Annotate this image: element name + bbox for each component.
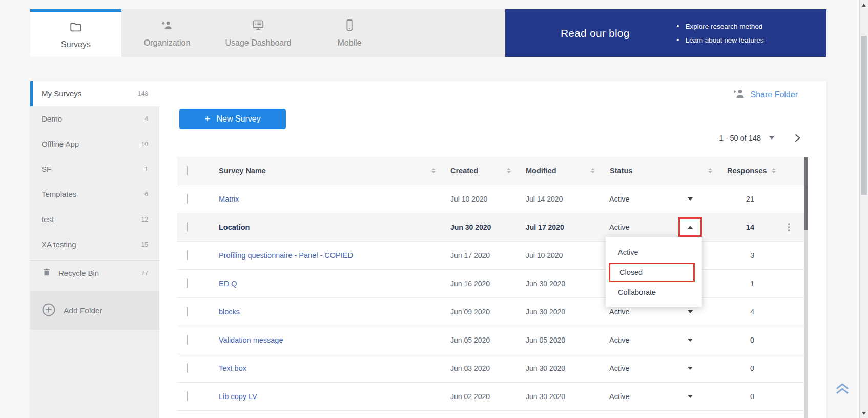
- folder-list: My Surveys 148 Demo 4 Offline App 10 SF …: [30, 81, 159, 257]
- trash-icon: [42, 267, 52, 279]
- sort-icon[interactable]: [507, 168, 511, 173]
- scroll-to-top-button[interactable]: [834, 382, 851, 398]
- modified-date: Jun 30 2020: [517, 392, 601, 401]
- scrollbar-up-arrow[interactable]: [862, 4, 866, 7]
- sort-icon[interactable]: [772, 168, 776, 173]
- page-size-caret-icon[interactable]: [769, 136, 774, 140]
- status-cell[interactable]: Active: [601, 185, 718, 213]
- page: Surveys Organization Usage Dashboard Mob…: [0, 0, 868, 418]
- survey-name-link[interactable]: blocks: [210, 308, 442, 316]
- table-row: Matrix Jul 10 2020 Jul 14 2020 Active 21: [177, 185, 804, 213]
- tab-organization[interactable]: Organization: [121, 9, 213, 57]
- row-checkbox[interactable]: [187, 363, 188, 373]
- row-checkbox[interactable]: [187, 391, 188, 401]
- survey-name-link[interactable]: Text box: [210, 364, 442, 372]
- status-label: Active: [609, 392, 630, 401]
- sort-icon[interactable]: [708, 168, 712, 173]
- created-date: Jun 17 2020: [442, 251, 517, 260]
- new-survey-button[interactable]: + New Survey: [179, 109, 286, 129]
- recycle-bin-label: Recycle Bin: [58, 269, 99, 277]
- content-card: My Surveys 148 Demo 4 Offline App 10 SF …: [30, 81, 826, 418]
- status-option[interactable]: Closed: [609, 263, 695, 282]
- banner-title: Read our blog: [561, 27, 630, 39]
- sidebar-folder-item[interactable]: SF 1: [30, 156, 159, 182]
- sidebar-item-recycle-bin[interactable]: Recycle Bin 77: [30, 261, 159, 286]
- status-caret-highlighted[interactable]: [678, 217, 702, 237]
- status-cell[interactable]: Active: [601, 326, 718, 354]
- folder-count: 6: [144, 191, 148, 198]
- survey-name-link[interactable]: Validation message: [210, 336, 442, 344]
- created-date: Jun 09 2020: [442, 308, 517, 316]
- sidebar-folder-item[interactable]: Templates 6: [30, 182, 159, 207]
- add-people-icon: [160, 18, 174, 34]
- table-row: Location Jun 30 2020 Jul 17 2020 Active …: [177, 213, 804, 242]
- status-option[interactable]: Active: [606, 242, 702, 263]
- col-responses: Responses: [727, 167, 767, 175]
- share-folder-button[interactable]: Share Folder: [732, 88, 798, 102]
- modified-date: Jun 05 2020: [517, 336, 601, 344]
- folder-label: XA testing: [42, 240, 76, 249]
- created-date: Jun 16 2020: [442, 280, 517, 288]
- table-scrollbar[interactable]: [804, 157, 808, 418]
- sidebar-folder-item[interactable]: test 12: [30, 207, 159, 232]
- status-cell[interactable]: Active: [601, 383, 718, 410]
- sort-icon[interactable]: [591, 168, 595, 173]
- row-checkbox[interactable]: [187, 222, 188, 232]
- survey-name-link[interactable]: Matrix: [210, 195, 442, 203]
- status-option[interactable]: Collaborate: [606, 282, 702, 303]
- col-modified: Modified: [526, 167, 556, 175]
- modified-date: Jul 17 2020: [517, 223, 601, 231]
- tab-surveys[interactable]: Surveys: [30, 9, 121, 57]
- caret-up-icon: [688, 226, 693, 229]
- status-caret-icon[interactable]: [688, 395, 693, 398]
- survey-name-link[interactable]: Lib copy LV: [210, 392, 442, 401]
- tab-usage-dashboard[interactable]: Usage Dashboard: [213, 9, 304, 57]
- modified-date: Jul 10 2020: [517, 251, 601, 260]
- add-person-icon: [732, 88, 746, 102]
- scrollbar-down-arrow[interactable]: [862, 412, 866, 415]
- status-dropdown-menu: Active Closed Collaborate: [606, 237, 702, 307]
- row-checkbox[interactable]: [187, 307, 188, 316]
- tab-mobile[interactable]: Mobile: [304, 9, 395, 57]
- blog-banner[interactable]: Read our blog Explore research method Le…: [505, 9, 826, 57]
- circle-plus-icon: [42, 303, 56, 319]
- status-label: Active: [609, 308, 630, 316]
- select-all-checkbox[interactable]: [187, 166, 188, 175]
- sidebar-folder-item[interactable]: XA testing 15: [30, 232, 159, 257]
- folder-label: test: [42, 215, 54, 224]
- scrollbar-thumb[interactable]: [861, 36, 867, 195]
- status-caret-icon[interactable]: [688, 197, 693, 201]
- tab-label: Usage Dashboard: [225, 38, 292, 48]
- status-cell[interactable]: Active: [601, 354, 718, 382]
- modified-date: Jun 30 2020: [517, 364, 601, 372]
- row-checkbox[interactable]: [187, 194, 188, 204]
- sidebar-folder-item[interactable]: Demo 4: [30, 106, 159, 131]
- browser-scrollbar[interactable]: [859, 0, 868, 418]
- survey-name-link[interactable]: ED Q: [210, 280, 442, 288]
- row-menu-icon[interactable]: [786, 221, 792, 233]
- folder-count: 1: [144, 166, 148, 173]
- folder-label: My Surveys: [42, 89, 81, 98]
- survey-name-link[interactable]: Location: [210, 223, 442, 231]
- folder-label: SF: [42, 165, 51, 173]
- sort-icon[interactable]: [431, 168, 436, 173]
- tab-label: Organization: [144, 38, 191, 48]
- new-survey-label: New Survey: [216, 114, 260, 124]
- row-checkbox[interactable]: [187, 335, 188, 345]
- col-status: Status: [610, 167, 632, 175]
- row-checkbox[interactable]: [187, 250, 188, 260]
- sidebar-folder-item[interactable]: My Surveys 148: [30, 81, 159, 106]
- status-caret-icon[interactable]: [688, 367, 693, 370]
- table-scrollbar-thumb[interactable]: [804, 157, 808, 230]
- table-header-row: Survey Name Created Modified Status Resp…: [177, 157, 804, 185]
- survey-name-link[interactable]: Profiling questionnaire - Panel - COPIED: [210, 251, 442, 260]
- status-caret-icon[interactable]: [688, 310, 693, 313]
- status-caret-icon[interactable]: [688, 339, 693, 342]
- add-folder-button[interactable]: Add Folder: [30, 291, 159, 330]
- table-row: Validation message Jun 05 2020 Jun 05 20…: [177, 326, 804, 354]
- created-date: Jun 03 2020: [442, 364, 517, 372]
- responses-count: 0: [718, 392, 774, 401]
- sidebar-folder-item[interactable]: Offline App 10: [30, 131, 159, 156]
- next-page-button[interactable]: [793, 133, 802, 143]
- row-checkbox[interactable]: [187, 278, 188, 288]
